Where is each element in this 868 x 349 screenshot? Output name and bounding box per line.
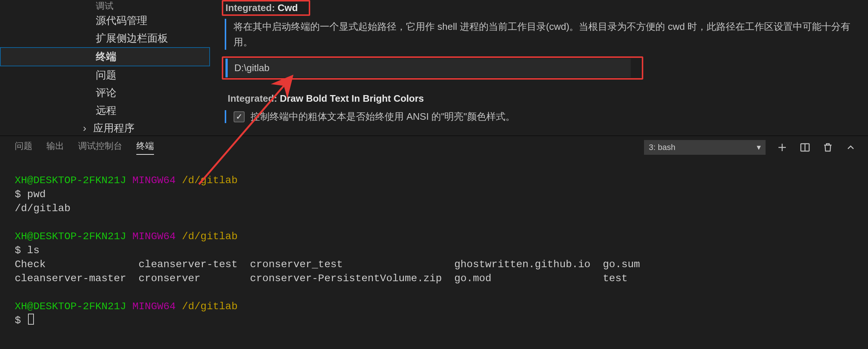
sidebar-apps-label: 应用程序: [93, 122, 134, 134]
term-env-3: MINGW64: [132, 301, 176, 312]
terminal-output[interactable]: XH@DESKTOP-2FKN21J MINGW64 /d/gitlab $ p…: [0, 159, 868, 335]
bottom-panel: 问题 输出 调试控制台 终端 3: bash ▾ XH@DESKTOP-2FK: [0, 136, 868, 335]
split-terminal-button[interactable]: [799, 141, 811, 154]
kill-terminal-button[interactable]: [822, 141, 834, 154]
term-path-3: /d/gitlab: [182, 301, 238, 312]
setting-cwd-desc: 将在其中启动终端的一个显式起始路径，它用作 shell 进程的当前工作目录(cw…: [225, 19, 851, 50]
term-cmd-ls: ls: [27, 245, 40, 256]
term-env: MINGW64: [132, 175, 176, 186]
panel-tab-terminal[interactable]: 终端: [136, 140, 154, 155]
term-path-2: /d/gitlab: [182, 231, 238, 242]
term-user: XH@DESKTOP-2FKN21J: [15, 175, 126, 186]
term-cmd-pwd: pwd: [27, 189, 46, 200]
settings-content: Integrated: Cwd 将在其中启动终端的一个显式起始路径，它用作 sh…: [210, 0, 868, 136]
new-terminal-button[interactable]: [776, 141, 788, 154]
terminal-cursor: [28, 314, 34, 325]
setting-bold-label: 控制终端中的粗体文本是否始终使用 ANSI 的"明亮"颜色样式。: [251, 110, 515, 123]
settings-sidebar: 调试 源代码管理 扩展侧边栏面板 终端 问题 评论 远程 ›应用程序: [0, 0, 210, 136]
terminal-selector-label: 3: bash: [649, 143, 675, 152]
setting-bold-name: Draw Bold Text In Bright Colors: [280, 93, 424, 104]
sidebar-item-apps[interactable]: ›应用程序: [0, 119, 210, 137]
setting-bold-checkbox[interactable]: ✓: [234, 111, 245, 122]
chevron-right-icon: ›: [83, 119, 90, 137]
setting-bold-header: Integrated: Draw Bold Text In Bright Col…: [225, 91, 428, 107]
setting-integrated-bold: Integrated: Draw Bold Text In Bright Col…: [225, 91, 868, 123]
term-path: /d/gitlab: [182, 175, 238, 186]
panel-tab-problems[interactable]: 问题: [15, 140, 32, 155]
setting-integrated-cwd: Integrated: Cwd 将在其中启动终端的一个显式起始路径，它用作 sh…: [225, 0, 868, 80]
chevron-down-icon: ▾: [757, 143, 761, 152]
term-ls-row1: Check cleanserver-test cronserver_test g…: [15, 259, 640, 270]
setting-bold-prefix: Integrated:: [228, 93, 280, 104]
sidebar-item-terminal[interactable]: 终端: [0, 47, 210, 66]
sidebar-item-debug[interactable]: 调试: [0, 0, 210, 12]
term-out-pwd: /d/gitlab: [15, 203, 70, 214]
setting-cwd-input[interactable]: [225, 59, 631, 77]
term-env-2: MINGW64: [132, 231, 176, 242]
sidebar-item-scm[interactable]: 源代码管理: [0, 12, 210, 29]
term-user-3: XH@DESKTOP-2FKN21J: [15, 301, 126, 312]
setting-cwd-name: Cwd: [278, 2, 298, 13]
panel-tab-output[interactable]: 输出: [46, 140, 64, 155]
panel-tab-debug-console[interactable]: 调试控制台: [78, 140, 122, 155]
maximize-panel-button[interactable]: [844, 141, 857, 154]
panel-header: 问题 输出 调试控制台 终端 3: bash ▾: [0, 136, 868, 159]
term-ls-row2: cleanserver-master cronserver cronserver…: [15, 273, 628, 284]
sidebar-item-comments[interactable]: 评论: [0, 84, 210, 102]
setting-cwd-input-highlight: [222, 56, 643, 80]
sidebar-item-ext-panel[interactable]: 扩展侧边栏面板: [0, 29, 210, 47]
setting-cwd-prefix: Integrated:: [225, 2, 278, 13]
setting-cwd-header: Integrated: Cwd: [222, 0, 310, 16]
sidebar-item-problems[interactable]: 问题: [0, 66, 210, 84]
terminal-selector[interactable]: 3: bash ▾: [644, 140, 766, 155]
sidebar-item-remote[interactable]: 远程: [0, 102, 210, 119]
term-user-2: XH@DESKTOP-2FKN21J: [15, 231, 126, 242]
